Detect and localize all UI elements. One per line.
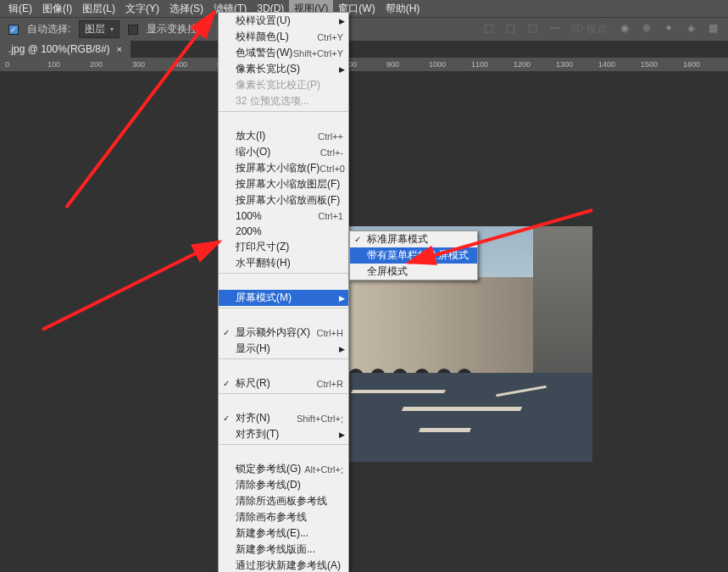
- menu-item[interactable]: 屏幕模式(M)▶: [219, 290, 348, 306]
- show-transform-check[interactable]: ✓: [128, 25, 138, 35]
- 3d-icon[interactable]: ✦: [662, 22, 675, 36]
- menu-item[interactable]: 选择(S): [164, 0, 208, 18]
- menu-label: 校样颜色(L): [236, 30, 317, 44]
- menu-item[interactable]: 清除所选画板参考线: [219, 493, 348, 509]
- close-icon[interactable]: ×: [117, 44, 122, 54]
- menu-label: 清除参考线(D): [236, 478, 343, 492]
- menu-item[interactable]: 通过形状新建参考线(A): [219, 558, 348, 572]
- menu-item[interactable]: 打印尺寸(Z): [219, 239, 348, 255]
- shortcut: Ctrl++: [318, 131, 343, 142]
- 3d-icon[interactable]: ▦: [706, 22, 720, 36]
- document-tab[interactable]: .jpg @ 100%(RGB/8#) ×: [0, 41, 131, 58]
- tab-title: .jpg @ 100%(RGB/8#): [8, 43, 110, 55]
- menu-label: 按屏幕大小缩放画板(F): [236, 193, 343, 208]
- menu-item[interactable]: 100%Ctrl+1: [219, 208, 348, 224]
- menu-item[interactable]: 对齐到(T)▶: [219, 426, 348, 442]
- ruler-tick: 1500: [641, 60, 658, 69]
- menu-label: 通过形状新建参考线(A): [236, 558, 343, 572]
- auto-select-check[interactable]: ✓: [8, 25, 19, 35]
- menu-item[interactable]: 校样设置(U)▶: [219, 13, 348, 29]
- toolbar-icons: ⬚ ⬚ ⬚ ⋯ 3D 模式: ◉ ⊕ ✦ ◈ ▦: [482, 22, 720, 36]
- check-icon: ✓: [223, 414, 230, 423]
- menu-separator: [219, 111, 348, 126]
- menu-item[interactable]: ✓对齐(N)Shift+Ctrl+;: [219, 410, 348, 426]
- menu-label: 打印尺寸(Z): [236, 240, 343, 254]
- ruler-tick: 0: [5, 60, 9, 69]
- menu-label: 清除画布参考线: [236, 510, 343, 525]
- menu-item[interactable]: 按屏幕大小缩放画板(F): [219, 192, 348, 208]
- shortcut: Ctrl+Y: [317, 32, 343, 42]
- menu-item[interactable]: 新建参考线(E)...: [219, 525, 348, 541]
- menu-item[interactable]: 图层(L): [77, 0, 120, 18]
- menu-label: 锁定参考线(G): [236, 462, 304, 476]
- ruler-tick: 300: [132, 60, 145, 69]
- 3d-icon[interactable]: ⊕: [640, 22, 653, 36]
- ruler-tick: 1100: [471, 60, 488, 69]
- menu-item[interactable]: 文字(Y): [120, 0, 164, 18]
- menu-item[interactable]: 显示(H)▶: [219, 341, 348, 357]
- menu-item: 32 位预览选项...: [219, 93, 348, 109]
- ruler-tick: 100: [47, 60, 60, 69]
- menu-item[interactable]: ✓标准屏幕模式: [350, 231, 477, 247]
- align-icon[interactable]: ⬚: [526, 22, 540, 36]
- menu-item[interactable]: ✓标尺(R)Ctrl+R: [219, 375, 348, 392]
- menu-label: 色域警告(W): [236, 46, 293, 60]
- menu-item[interactable]: 图像(I): [37, 0, 77, 18]
- menu-separator: [219, 273, 348, 288]
- menu-label: 32 位预览选项...: [236, 94, 343, 108]
- shortcut: Ctrl+R: [317, 379, 343, 389]
- align-icon[interactable]: ⬚: [504, 22, 518, 36]
- ruler-tick: 1200: [514, 60, 531, 69]
- menu-item[interactable]: 水平翻转(H): [219, 255, 348, 271]
- menu-item[interactable]: 200%: [219, 224, 348, 239]
- menu-item[interactable]: 缩小(O)Ctrl+-: [219, 144, 348, 160]
- menu-item[interactable]: ✓显示额外内容(X)Ctrl+H: [219, 325, 348, 341]
- ruler-tick: 1300: [556, 60, 573, 69]
- menu-item[interactable]: 按屏幕大小缩放(F)Ctrl+0: [219, 160, 348, 176]
- chevron-right-icon: ▶: [339, 65, 345, 74]
- menu-item[interactable]: 辑(E): [3, 0, 37, 18]
- auto-select-label: 自动选择:: [27, 22, 70, 36]
- mode3d-label: 3D 模式:: [570, 22, 609, 36]
- screenmode-submenu: ✓标准屏幕模式带有菜单栏的全屏模式全屏模式: [349, 230, 478, 280]
- menu-label: 像素长宽比校正(P): [236, 78, 343, 92]
- shortcut: Ctrl+-: [320, 147, 343, 158]
- ruler-tick: 1000: [429, 60, 446, 69]
- menu-item: 像素长宽比校正(P): [219, 77, 348, 93]
- layer-select[interactable]: 图层: [79, 20, 119, 38]
- menu-label: 放大(I): [236, 129, 318, 143]
- menu-item[interactable]: 像素长宽比(S)▶: [219, 61, 348, 77]
- menu-label: 缩小(O): [236, 145, 320, 159]
- menu-item[interactable]: 全屏模式: [350, 264, 477, 280]
- align-icon[interactable]: ⬚: [482, 22, 496, 36]
- menu-item[interactable]: 校样颜色(L)Ctrl+Y: [219, 29, 348, 45]
- menu-item[interactable]: 新建参考线版面...: [219, 541, 348, 558]
- menu-label: 校样设置(U): [236, 14, 343, 28]
- check-icon: ✓: [223, 379, 230, 388]
- shortcut: Ctrl+H: [317, 328, 343, 338]
- menu-label: 新建参考线(E)...: [236, 526, 343, 541]
- menu-item[interactable]: 放大(I)Ctrl++: [219, 128, 348, 144]
- 3d-icon[interactable]: ◉: [618, 22, 631, 36]
- menu-label: 对齐(N): [236, 411, 297, 425]
- show-transform-label: 显示变换控件: [147, 22, 208, 36]
- check-icon: ✓: [223, 328, 230, 337]
- chevron-right-icon: ▶: [339, 17, 345, 25]
- menubar: 辑(E)图像(I)图层(L)文字(Y)选择(S)滤镜(T)3D(D)视图(V)窗…: [0, 0, 728, 17]
- menu-item[interactable]: 清除参考线(D): [219, 477, 348, 493]
- more-icon[interactable]: ⋯: [548, 22, 562, 36]
- menu-item[interactable]: 锁定参考线(G)Alt+Ctrl+;: [219, 461, 348, 477]
- document-tabs: .jpg @ 100%(RGB/8#) ×: [0, 41, 728, 58]
- menu-item[interactable]: 按屏幕大小缩放图层(F): [219, 176, 348, 192]
- menu-item[interactable]: 帮助(H): [381, 0, 425, 18]
- shortcut: Ctrl+0: [320, 164, 345, 174]
- menu-item[interactable]: 带有菜单栏的全屏模式: [350, 247, 477, 264]
- menu-item[interactable]: 色域警告(W)Shift+Ctrl+Y: [219, 45, 348, 61]
- menu-label: 全屏模式: [367, 264, 408, 279]
- menu-label: 显示(H): [236, 342, 343, 356]
- chevron-right-icon: ▶: [339, 345, 345, 353]
- menu-item[interactable]: 清除画布参考线: [219, 509, 348, 525]
- menu-separator: [219, 308, 348, 323]
- 3d-icon[interactable]: ◈: [684, 22, 697, 36]
- menu-separator: [219, 358, 348, 374]
